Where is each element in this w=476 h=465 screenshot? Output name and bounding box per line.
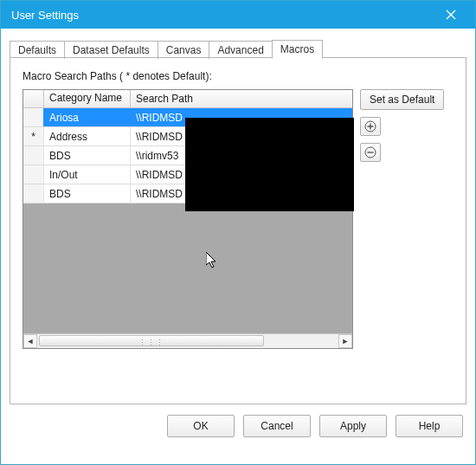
col-header-category[interactable]: Category Name: [44, 90, 131, 108]
minus-icon: [364, 146, 376, 158]
grid-empty-area: [23, 203, 352, 333]
col-header-path[interactable]: Search Path: [131, 90, 352, 108]
close-icon: [446, 10, 456, 20]
tab-strip: Defaults Dataset Defaults Canvas Advance…: [10, 37, 466, 58]
dialog-footer: OK Cancel Apply Help: [1, 410, 475, 448]
help-button[interactable]: Help: [396, 415, 463, 437]
scroll-right-button[interactable]: ►: [338, 334, 352, 348]
horizontal-scrollbar[interactable]: ◄ ⋮⋮⋮ ►: [23, 333, 352, 348]
tab-macros[interactable]: Macros: [272, 40, 323, 59]
cancel-button[interactable]: Cancel: [243, 415, 311, 437]
tab-defaults[interactable]: Defaults: [10, 41, 65, 59]
remove-row-button[interactable]: [360, 143, 381, 162]
scroll-thumb[interactable]: ⋮⋮⋮: [39, 335, 264, 346]
tab-canvas[interactable]: Canvas: [158, 41, 210, 59]
scroll-track[interactable]: ⋮⋮⋮: [37, 334, 338, 348]
titlebar: User Settings: [1, 1, 475, 29]
tab-dataset-defaults[interactable]: Dataset Defaults: [64, 41, 158, 59]
dialog-body: Defaults Dataset Defaults Canvas Advance…: [1, 29, 475, 410]
cell-default: [23, 108, 44, 126]
cell-default: [23, 184, 44, 203]
set-as-default-button[interactable]: Set as Default: [360, 89, 444, 110]
add-row-button[interactable]: [360, 117, 381, 136]
cell-category: Ariosa: [44, 108, 131, 126]
tab-panel-macros: Macro Search Paths ( * denotes Default):…: [10, 58, 466, 404]
cell-default: [23, 146, 44, 165]
apply-button[interactable]: Apply: [319, 415, 387, 437]
cell-default: [23, 165, 44, 184]
side-column: Set as Default: [360, 89, 444, 349]
window-title: User Settings: [11, 9, 437, 22]
redaction-overlay: [185, 118, 354, 211]
col-header-default[interactable]: [23, 90, 44, 108]
scroll-left-button[interactable]: ◄: [23, 334, 37, 348]
cell-category: In/Out: [44, 165, 131, 184]
cell-default: *: [23, 127, 44, 145]
cell-category: Address: [44, 127, 131, 145]
cell-category: BDS: [44, 184, 131, 203]
ok-button[interactable]: OK: [167, 415, 235, 437]
close-button[interactable]: [437, 1, 465, 29]
macros-main-row: Category Name Search Path Ariosa \\RIDMS…: [23, 89, 453, 349]
grid-header: Category Name Search Path: [23, 90, 352, 108]
tab-advanced[interactable]: Advanced: [209, 41, 272, 59]
plus-icon: [364, 120, 376, 132]
section-label: Macro Search Paths ( * denotes Default):: [23, 70, 453, 82]
cell-category: BDS: [44, 146, 131, 165]
